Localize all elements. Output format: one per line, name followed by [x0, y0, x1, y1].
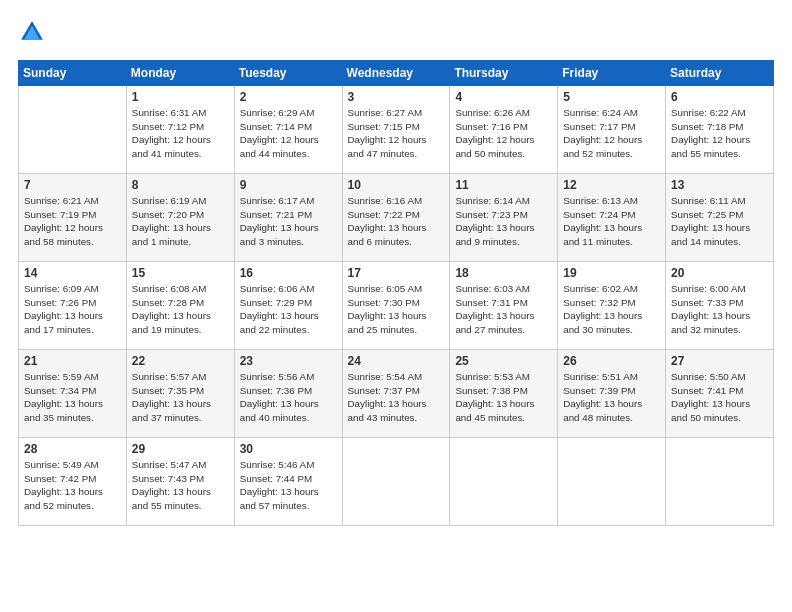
day-number: 14	[24, 266, 121, 280]
day-info: Sunrise: 6:03 AMSunset: 7:31 PMDaylight:…	[455, 282, 552, 337]
day-info: Sunrise: 5:51 AMSunset: 7:39 PMDaylight:…	[563, 370, 660, 425]
day-cell: 28Sunrise: 5:49 AMSunset: 7:42 PMDayligh…	[19, 438, 127, 526]
day-number: 5	[563, 90, 660, 104]
day-number: 1	[132, 90, 229, 104]
day-cell: 20Sunrise: 6:00 AMSunset: 7:33 PMDayligh…	[666, 262, 774, 350]
day-cell: 5Sunrise: 6:24 AMSunset: 7:17 PMDaylight…	[558, 86, 666, 174]
day-number: 21	[24, 354, 121, 368]
day-cell: 13Sunrise: 6:11 AMSunset: 7:25 PMDayligh…	[666, 174, 774, 262]
day-number: 7	[24, 178, 121, 192]
col-header-wednesday: Wednesday	[342, 61, 450, 86]
day-number: 3	[348, 90, 445, 104]
day-number: 27	[671, 354, 768, 368]
day-cell: 8Sunrise: 6:19 AMSunset: 7:20 PMDaylight…	[126, 174, 234, 262]
day-number: 2	[240, 90, 337, 104]
day-info: Sunrise: 6:09 AMSunset: 7:26 PMDaylight:…	[24, 282, 121, 337]
day-cell: 12Sunrise: 6:13 AMSunset: 7:24 PMDayligh…	[558, 174, 666, 262]
day-info: Sunrise: 5:53 AMSunset: 7:38 PMDaylight:…	[455, 370, 552, 425]
day-cell: 7Sunrise: 6:21 AMSunset: 7:19 PMDaylight…	[19, 174, 127, 262]
day-number: 20	[671, 266, 768, 280]
day-number: 25	[455, 354, 552, 368]
day-number: 13	[671, 178, 768, 192]
day-cell: 23Sunrise: 5:56 AMSunset: 7:36 PMDayligh…	[234, 350, 342, 438]
day-cell: 24Sunrise: 5:54 AMSunset: 7:37 PMDayligh…	[342, 350, 450, 438]
day-info: Sunrise: 6:17 AMSunset: 7:21 PMDaylight:…	[240, 194, 337, 249]
day-number: 28	[24, 442, 121, 456]
day-number: 30	[240, 442, 337, 456]
day-info: Sunrise: 6:26 AMSunset: 7:16 PMDaylight:…	[455, 106, 552, 161]
day-info: Sunrise: 6:06 AMSunset: 7:29 PMDaylight:…	[240, 282, 337, 337]
day-cell: 21Sunrise: 5:59 AMSunset: 7:34 PMDayligh…	[19, 350, 127, 438]
logo-icon	[18, 18, 46, 46]
col-header-monday: Monday	[126, 61, 234, 86]
day-info: Sunrise: 6:02 AMSunset: 7:32 PMDaylight:…	[563, 282, 660, 337]
day-number: 22	[132, 354, 229, 368]
day-info: Sunrise: 6:31 AMSunset: 7:12 PMDaylight:…	[132, 106, 229, 161]
day-info: Sunrise: 5:59 AMSunset: 7:34 PMDaylight:…	[24, 370, 121, 425]
day-cell	[558, 438, 666, 526]
col-header-tuesday: Tuesday	[234, 61, 342, 86]
day-info: Sunrise: 5:57 AMSunset: 7:35 PMDaylight:…	[132, 370, 229, 425]
day-number: 16	[240, 266, 337, 280]
day-number: 9	[240, 178, 337, 192]
day-info: Sunrise: 6:00 AMSunset: 7:33 PMDaylight:…	[671, 282, 768, 337]
day-info: Sunrise: 6:08 AMSunset: 7:28 PMDaylight:…	[132, 282, 229, 337]
day-cell: 17Sunrise: 6:05 AMSunset: 7:30 PMDayligh…	[342, 262, 450, 350]
day-info: Sunrise: 6:14 AMSunset: 7:23 PMDaylight:…	[455, 194, 552, 249]
day-number: 4	[455, 90, 552, 104]
day-cell	[19, 86, 127, 174]
day-cell: 6Sunrise: 6:22 AMSunset: 7:18 PMDaylight…	[666, 86, 774, 174]
day-number: 23	[240, 354, 337, 368]
logo	[18, 18, 50, 46]
day-info: Sunrise: 6:24 AMSunset: 7:17 PMDaylight:…	[563, 106, 660, 161]
day-cell	[342, 438, 450, 526]
day-info: Sunrise: 6:27 AMSunset: 7:15 PMDaylight:…	[348, 106, 445, 161]
day-cell: 2Sunrise: 6:29 AMSunset: 7:14 PMDaylight…	[234, 86, 342, 174]
week-row-1: 1Sunrise: 6:31 AMSunset: 7:12 PMDaylight…	[19, 86, 774, 174]
day-info: Sunrise: 6:11 AMSunset: 7:25 PMDaylight:…	[671, 194, 768, 249]
day-info: Sunrise: 5:47 AMSunset: 7:43 PMDaylight:…	[132, 458, 229, 513]
day-number: 10	[348, 178, 445, 192]
week-row-3: 14Sunrise: 6:09 AMSunset: 7:26 PMDayligh…	[19, 262, 774, 350]
day-cell: 27Sunrise: 5:50 AMSunset: 7:41 PMDayligh…	[666, 350, 774, 438]
day-cell: 11Sunrise: 6:14 AMSunset: 7:23 PMDayligh…	[450, 174, 558, 262]
day-number: 29	[132, 442, 229, 456]
day-info: Sunrise: 5:54 AMSunset: 7:37 PMDaylight:…	[348, 370, 445, 425]
day-cell: 26Sunrise: 5:51 AMSunset: 7:39 PMDayligh…	[558, 350, 666, 438]
week-row-4: 21Sunrise: 5:59 AMSunset: 7:34 PMDayligh…	[19, 350, 774, 438]
day-cell: 30Sunrise: 5:46 AMSunset: 7:44 PMDayligh…	[234, 438, 342, 526]
day-cell: 22Sunrise: 5:57 AMSunset: 7:35 PMDayligh…	[126, 350, 234, 438]
week-row-2: 7Sunrise: 6:21 AMSunset: 7:19 PMDaylight…	[19, 174, 774, 262]
day-cell: 18Sunrise: 6:03 AMSunset: 7:31 PMDayligh…	[450, 262, 558, 350]
day-info: Sunrise: 6:13 AMSunset: 7:24 PMDaylight:…	[563, 194, 660, 249]
day-info: Sunrise: 6:16 AMSunset: 7:22 PMDaylight:…	[348, 194, 445, 249]
day-info: Sunrise: 5:50 AMSunset: 7:41 PMDaylight:…	[671, 370, 768, 425]
day-info: Sunrise: 6:21 AMSunset: 7:19 PMDaylight:…	[24, 194, 121, 249]
calendar-table: SundayMondayTuesdayWednesdayThursdayFrid…	[18, 60, 774, 526]
col-header-thursday: Thursday	[450, 61, 558, 86]
day-info: Sunrise: 5:49 AMSunset: 7:42 PMDaylight:…	[24, 458, 121, 513]
day-cell: 16Sunrise: 6:06 AMSunset: 7:29 PMDayligh…	[234, 262, 342, 350]
day-cell: 15Sunrise: 6:08 AMSunset: 7:28 PMDayligh…	[126, 262, 234, 350]
day-number: 6	[671, 90, 768, 104]
header-row: SundayMondayTuesdayWednesdayThursdayFrid…	[19, 61, 774, 86]
day-cell	[666, 438, 774, 526]
day-info: Sunrise: 5:46 AMSunset: 7:44 PMDaylight:…	[240, 458, 337, 513]
day-cell: 19Sunrise: 6:02 AMSunset: 7:32 PMDayligh…	[558, 262, 666, 350]
day-cell: 29Sunrise: 5:47 AMSunset: 7:43 PMDayligh…	[126, 438, 234, 526]
header	[18, 18, 774, 46]
day-cell: 3Sunrise: 6:27 AMSunset: 7:15 PMDaylight…	[342, 86, 450, 174]
day-number: 19	[563, 266, 660, 280]
day-info: Sunrise: 5:56 AMSunset: 7:36 PMDaylight:…	[240, 370, 337, 425]
day-number: 26	[563, 354, 660, 368]
day-cell: 25Sunrise: 5:53 AMSunset: 7:38 PMDayligh…	[450, 350, 558, 438]
day-number: 11	[455, 178, 552, 192]
day-cell: 4Sunrise: 6:26 AMSunset: 7:16 PMDaylight…	[450, 86, 558, 174]
day-info: Sunrise: 6:29 AMSunset: 7:14 PMDaylight:…	[240, 106, 337, 161]
col-header-saturday: Saturday	[666, 61, 774, 86]
day-number: 17	[348, 266, 445, 280]
day-info: Sunrise: 6:19 AMSunset: 7:20 PMDaylight:…	[132, 194, 229, 249]
day-info: Sunrise: 6:22 AMSunset: 7:18 PMDaylight:…	[671, 106, 768, 161]
day-number: 18	[455, 266, 552, 280]
day-cell: 1Sunrise: 6:31 AMSunset: 7:12 PMDaylight…	[126, 86, 234, 174]
